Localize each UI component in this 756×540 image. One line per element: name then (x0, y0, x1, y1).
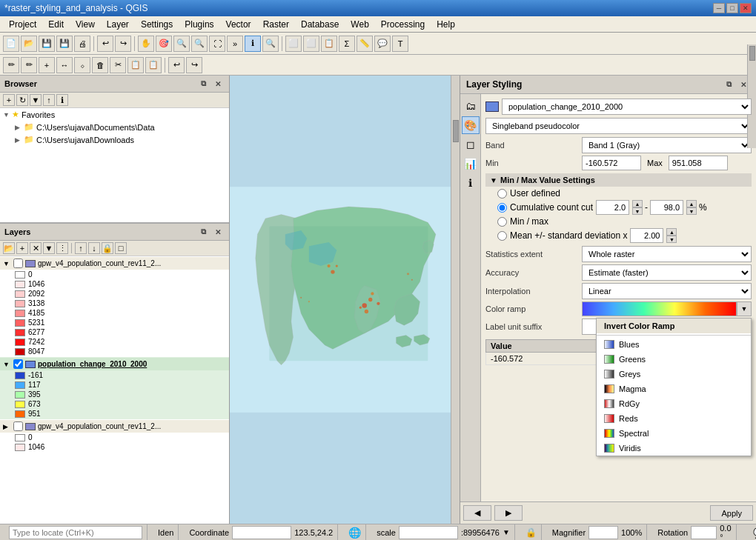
rdgy-item[interactable]: RdGy (597, 396, 751, 411)
pan-button[interactable]: ✋ (138, 36, 154, 52)
menu-processing[interactable]: Processing (375, 18, 431, 31)
close-button[interactable]: ✕ (740, 3, 752, 13)
layers-add-button[interactable]: + (16, 242, 28, 254)
browser-properties-button[interactable]: ℹ (56, 94, 68, 106)
spinbox-from-down[interactable]: ▼ (632, 207, 643, 215)
zoom-in-button[interactable]: 🔍 (173, 36, 190, 52)
greys-item[interactable]: Greys (597, 367, 751, 381)
layers-open-button[interactable]: 📂 (3, 242, 15, 254)
move-feature-button[interactable]: ↔ (56, 57, 73, 73)
apply-button[interactable]: Apply (710, 505, 753, 521)
new-project-button[interactable]: 📄 (3, 36, 19, 52)
coordinate-input[interactable] (232, 526, 291, 539)
open-project-button[interactable]: 📂 (21, 36, 37, 52)
zoom-more-button[interactable]: » (227, 36, 243, 52)
layers-more-button[interactable]: ⋮ (56, 242, 68, 254)
pan-to-button[interactable]: 🎯 (156, 36, 172, 52)
layers-lock-button[interactable]: 🔒 (102, 242, 113, 254)
map-scrollbar[interactable] (451, 76, 460, 524)
layer-name-select[interactable]: population_change_2010_2000 (502, 99, 752, 115)
menu-help[interactable]: Help (431, 18, 461, 31)
locator-input[interactable] (9, 526, 142, 539)
cumulative-radio[interactable] (497, 203, 507, 213)
text-button[interactable]: T (392, 36, 408, 52)
menu-database[interactable]: Database (295, 18, 345, 31)
redo2-button[interactable]: ↪ (186, 57, 202, 73)
spinbox-from-up[interactable]: ▲ (632, 200, 643, 207)
layers-remove-button[interactable]: ✕ (30, 242, 42, 254)
spinbox-to-down[interactable]: ▼ (686, 207, 697, 215)
redo-button[interactable]: ↪ (115, 36, 131, 52)
browser-favorites[interactable]: ▼ ★ Favorites (0, 108, 229, 121)
invert-color-ramp-item[interactable]: Invert Color Ramp (597, 319, 751, 333)
greens-item[interactable]: Greens (597, 352, 751, 367)
magma-item[interactable]: Magma (597, 381, 751, 396)
layer-group-2-header[interactable]: ▼ population_change_2010_2000 (0, 358, 229, 370)
deselect-button[interactable]: ⬜ (303, 36, 319, 52)
browser-add-button[interactable]: + (3, 94, 15, 106)
color-ramp-dropdown-button[interactable]: ▼ (737, 301, 752, 316)
cumulative-to-spinbox[interactable]: ▲ ▼ (650, 200, 697, 215)
menu-plugins[interactable]: Plugins (179, 18, 219, 31)
add-feature-button[interactable]: + (39, 57, 55, 73)
accuracy-select[interactable]: Estimate (faster) (582, 264, 752, 281)
layer-group-3-header[interactable]: ▶ gpw_v4_population_count_rev11_2... (0, 420, 229, 433)
group3-visibility[interactable] (13, 421, 23, 431)
magnifier-input[interactable] (588, 526, 618, 539)
mean-std-radio[interactable] (497, 231, 507, 241)
band-select[interactable]: Band 1 (Gray) (582, 137, 752, 153)
back-button[interactable]: ◀ (463, 505, 491, 521)
interpolation-select[interactable]: Linear (582, 283, 752, 299)
browser-refresh-button[interactable]: ↻ (16, 94, 28, 106)
crs-icon[interactable]: 🌐 (348, 527, 361, 539)
save-as-button[interactable]: 💾 (56, 36, 73, 52)
browser-folder-1[interactable]: ▶ 📁 C:\Users\ujaval\Documents\Data (0, 121, 229, 133)
styling-layer-icon[interactable]: 🗂 (462, 97, 480, 115)
styling-histogram-icon[interactable]: 📊 (462, 155, 480, 173)
undo2-button[interactable]: ↩ (168, 57, 185, 73)
cumulative-from-spinbox[interactable]: ▲ ▼ (596, 200, 643, 215)
identify-more-button[interactable]: 🔍 (262, 36, 279, 52)
minmax-section-header[interactable]: ▼ Min / Max Value Settings (485, 173, 752, 187)
max-input[interactable] (669, 156, 728, 170)
menu-settings[interactable]: Settings (135, 18, 179, 31)
scale-input[interactable] (399, 526, 458, 539)
lock-icon[interactable]: 🔒 (525, 527, 537, 538)
spinbox-mean-down[interactable]: ▼ (666, 236, 677, 243)
menu-layer[interactable]: Layer (101, 18, 135, 31)
zoom-out-button[interactable]: 🔍 (191, 36, 208, 52)
min-input[interactable] (582, 156, 641, 170)
menu-project[interactable]: Project (3, 18, 42, 31)
layers-close-button[interactable]: ✕ (211, 226, 225, 238)
spinbox-mean-up[interactable]: ▲ (666, 228, 677, 236)
layer-group-1-header[interactable]: ▼ gpw_v4_population_count_rev11_2... (0, 257, 229, 270)
delete-selected-button[interactable]: 🗑 (92, 57, 108, 73)
annotation-button[interactable]: 💬 (374, 36, 391, 52)
rotation-input[interactable] (691, 526, 717, 539)
layers-group-button[interactable]: □ (115, 242, 127, 254)
layers-float-button[interactable]: ⧉ (196, 226, 210, 238)
layers-open2-button[interactable]: ↑ (75, 242, 87, 254)
measure-button[interactable]: 📏 (357, 36, 373, 52)
map-scrollbar-thumb[interactable] (453, 120, 459, 142)
group2-visibility[interactable] (13, 359, 23, 369)
cumulative-to-input[interactable] (650, 200, 683, 215)
current-edits-button[interactable]: ✏ (3, 57, 19, 73)
save-project-button[interactable]: 💾 (39, 36, 55, 52)
browser-filter-button[interactable]: ▼ (30, 94, 42, 106)
paste-features-button[interactable]: 📋 (145, 57, 162, 73)
minimize-button[interactable]: ─ (713, 3, 725, 13)
open-table-button[interactable]: 📋 (321, 36, 337, 52)
styling-paint-icon[interactable]: 🎨 (462, 116, 480, 134)
color-ramp-bar[interactable] (582, 301, 737, 316)
scale-dropdown[interactable]: ▼ (503, 528, 510, 536)
reds-item[interactable]: Reds (597, 411, 751, 426)
digitize-button[interactable]: ✏ (21, 57, 37, 73)
mean-std-input[interactable] (630, 228, 663, 243)
undo-button[interactable]: ↩ (97, 36, 113, 52)
cumulative-from-input[interactable] (596, 200, 629, 215)
spectral-item[interactable]: Spectral (597, 426, 751, 441)
identify-button[interactable]: ℹ (245, 36, 261, 52)
forward-button[interactable]: ▶ (494, 505, 523, 521)
messages-icon[interactable]: 💬 (753, 527, 756, 539)
